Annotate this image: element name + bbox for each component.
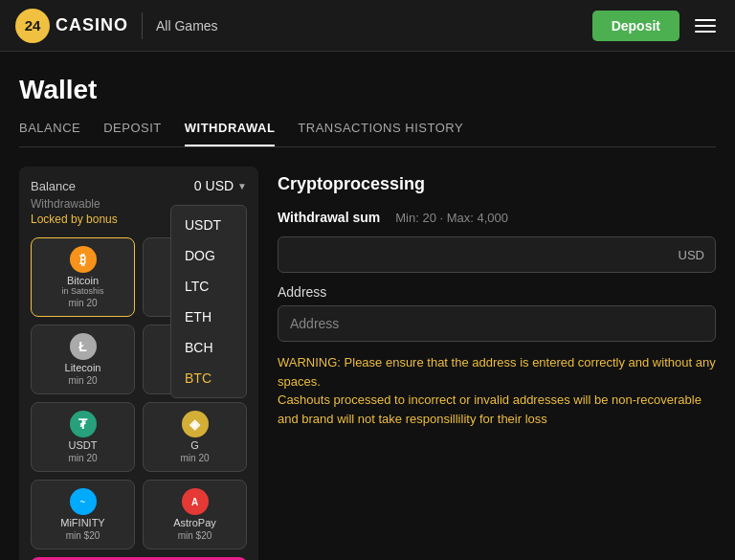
currency-dropdown: USDT DOG LTC ETH BCH BTC (170, 205, 247, 398)
currency-option-dog[interactable]: DOG (171, 240, 246, 271)
balance-amount[interactable]: 0 USD ▼ (194, 178, 247, 193)
balance-section: Balance 0 USD ▼ (31, 178, 247, 193)
litecoin-icon: Ł (70, 333, 97, 360)
card-name-usdt: USDT (69, 439, 98, 451)
deposit-button[interactable]: Deposit (592, 11, 679, 41)
amount-input-wrapper: USD (278, 236, 716, 273)
main-layout: Balance 0 USD ▼ Withdrawable Locked by b… (19, 167, 716, 560)
header-divider (142, 12, 143, 39)
card-min-usdt: min 20 (68, 453, 97, 463)
card-min-bitcoin: min 20 (68, 298, 97, 308)
tab-balance[interactable]: BALANCE (19, 121, 80, 146)
menu-button[interactable] (691, 15, 720, 36)
address-label: Address (278, 284, 716, 300)
nav-all-games[interactable]: All Games (156, 18, 218, 34)
header-left: 24 CASINO All Games (15, 9, 218, 43)
currency-option-usdt[interactable]: USDT (171, 210, 246, 240)
header: 24 CASINO All Games Deposit (0, 0, 735, 52)
mifinity-icon: ~ (70, 488, 97, 515)
usdt-icon: ₮ (70, 411, 97, 437)
header-right: Deposit (592, 11, 720, 41)
chevron-down-icon: ▼ (237, 181, 247, 191)
card-name-gold: G (190, 439, 199, 451)
payment-card-mifinity[interactable]: ~ MiFINITY min $20 (31, 480, 135, 549)
payment-card-usdt[interactable]: ₮ USDT min 20 (31, 402, 135, 472)
currency-option-bch[interactable]: BCH (171, 332, 246, 363)
astropay-icon: A (182, 488, 209, 515)
balance-currency: USD (206, 178, 234, 193)
logo-text: CASINO (56, 15, 128, 35)
card-subname-bitcoin: in Satoshis (61, 286, 103, 296)
hamburger-line-2 (695, 25, 716, 27)
hamburger-line-3 (695, 31, 716, 33)
currency-option-btc[interactable]: BTC (171, 363, 246, 393)
payment-card-litecoin[interactable]: Ł Litecoin min 20 (31, 325, 135, 394)
card-min-litecoin: min 20 (68, 375, 97, 386)
currency-option-ltc[interactable]: LTC (171, 271, 246, 302)
payment-card-gold[interactable]: ◈ G min 20 (143, 402, 247, 472)
tab-withdrawal[interactable]: WITHDRAWAL (185, 121, 276, 146)
amount-input[interactable] (278, 236, 716, 273)
withdrawal-hint: Min: 20 · Max: 4,000 (395, 211, 508, 225)
tab-transactions[interactable]: TRANSACTIONS HISTORY (298, 121, 463, 146)
card-min-gold: min 20 (180, 453, 209, 463)
card-name-mifinity: MiFINITY (60, 517, 104, 528)
card-name-astropay: AstroPay (173, 517, 216, 528)
gold-icon: ◈ (182, 411, 209, 437)
tab-deposit[interactable]: DEPOSIT (103, 121, 162, 146)
logo: 24 CASINO (15, 9, 128, 43)
currency-option-eth[interactable]: ETH (171, 302, 246, 332)
payment-card-astropay[interactable]: A AstroPay min $20 (143, 480, 247, 549)
balance-label: Balance (31, 179, 76, 193)
tabs-nav: BALANCE DEPOSIT WITHDRAWAL TRANSACTIONS … (19, 121, 716, 147)
warning-text: WARNING: Please ensure that the address … (278, 353, 716, 428)
card-name-bitcoin: Bitcoin (67, 275, 99, 286)
left-panel: Balance 0 USD ▼ Withdrawable Locked by b… (19, 167, 258, 560)
page-title: Wallet (19, 75, 716, 105)
address-input[interactable] (278, 305, 716, 342)
section-title: Cryptoprocessing (278, 174, 716, 194)
withdrawal-sum-row: Withdrawal sum Min: 20 · Max: 4,000 (278, 210, 716, 225)
payment-card-bitcoin[interactable]: ₿ Bitcoin in Satoshis min 20 (31, 237, 135, 317)
balance-value: 0 (194, 178, 202, 193)
bitcoin-icon: ₿ (70, 246, 97, 273)
card-name-litecoin: Litecoin (65, 362, 101, 373)
page: Wallet BALANCE DEPOSIT WITHDRAWAL TRANSA… (0, 52, 735, 560)
card-min-mifinity: min $20 (66, 530, 100, 541)
card-min-astropay: min $20 (178, 530, 212, 541)
withdrawal-sum-label: Withdrawal sum (278, 210, 380, 225)
hamburger-line-1 (695, 19, 716, 21)
right-panel: Cryptoprocessing Withdrawal sum Min: 20 … (278, 167, 716, 436)
logo-circle: 24 (15, 9, 50, 43)
